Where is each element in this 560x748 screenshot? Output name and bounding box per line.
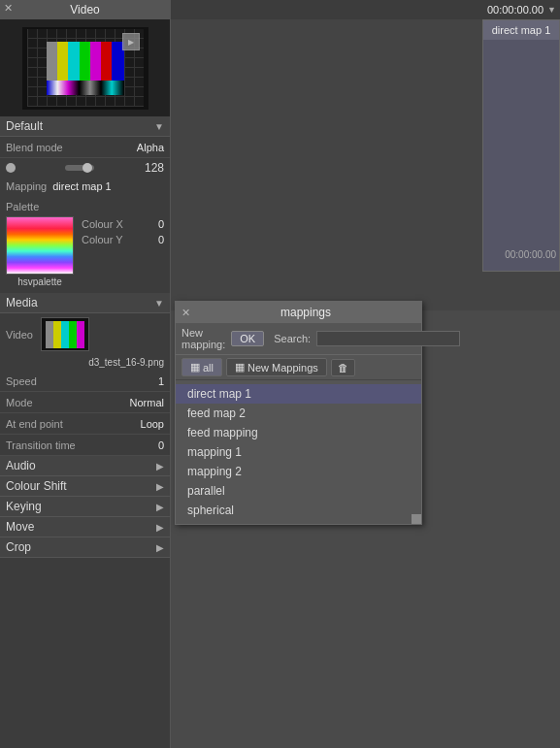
blend-slider[interactable] [65, 165, 94, 171]
mappings-popup: ✕ mappings New mapping: OK Search: ▦ all… [175, 301, 422, 525]
crop-section-header[interactable]: Crop ▶ [0, 537, 170, 558]
all-icon: ▦ [190, 361, 200, 374]
colour-x-row: Colour X 0 [82, 216, 164, 232]
transition-time-row: Transition time 0 [0, 435, 170, 456]
move-label: Move [6, 520, 34, 534]
audio-section-header[interactable]: Audio ▶ [0, 456, 170, 476]
delete-button[interactable]: 🗑 [331, 359, 355, 376]
keying-label: Keying [6, 500, 42, 513]
mapping-item-mapping-1[interactable]: mapping 1 [176, 442, 421, 462]
main-area: 00:00:00.00 ▼ direct map 1 00:00:00.00 ✕… [171, 0, 560, 748]
all-button[interactable]: ▦ all [181, 358, 222, 376]
move-arrow: ▶ [156, 522, 164, 533]
speed-value: 1 [158, 375, 164, 387]
mode-row: Mode Normal [0, 392, 170, 413]
search-input[interactable] [316, 331, 460, 346]
transition-time-label: Transition time [6, 439, 76, 451]
mapping-item-mapping-2[interactable]: mapping 2 [176, 462, 421, 481]
at-end-point-label: At end point [6, 418, 63, 430]
blend-dot [6, 163, 16, 173]
mapping-item-direct-map-1[interactable]: direct map 1 [176, 384, 421, 404]
mappings-list: direct map 1 feed map 2 feed mapping map… [176, 380, 421, 524]
blend-mode-label: Blend mode [6, 142, 63, 153]
colour-y-label: Colour Y [82, 234, 123, 245]
search-label: Search: [274, 333, 311, 344]
palette-swatch[interactable] [6, 216, 74, 275]
timeline-block[interactable]: direct map 1 [482, 19, 560, 272]
colour-y-value: 0 [158, 234, 164, 245]
video-label: Video [6, 329, 33, 341]
colour-xy: Colour X 0 Colour Y 0 [82, 216, 164, 247]
palette-section: Palette hsvpalette Colour X 0 Colour Y 0 [0, 195, 170, 293]
new-mappings-button[interactable]: ▦ New Mappings [226, 358, 327, 376]
timeline-area: 00:00:00.00 ▼ direct map 1 00:00:00.00 [171, 0, 560, 310]
close-icon[interactable]: ✕ [4, 2, 13, 15]
crop-arrow: ▶ [156, 542, 164, 553]
speed-row: Speed 1 [0, 371, 170, 392]
timeline-block-body [483, 40, 559, 271]
default-label: Default [6, 119, 43, 133]
at-end-point-row: At end point Loop [0, 413, 170, 435]
left-panel: ✕ Video ▶ Default ▼ Blend mode Alpha [0, 0, 171, 748]
timeline-block-label: direct map 1 [483, 20, 559, 40]
new-mapping-label: New mapping: [181, 327, 225, 350]
colour-shift-header[interactable]: Colour Shift ▶ [0, 476, 170, 497]
keying-section-header[interactable]: Keying ▶ [0, 497, 170, 517]
timeline-arrow-down: ▼ [547, 5, 556, 15]
timeline-time-top: 00:00:00.00 [487, 4, 544, 16]
blend-value: 128 [145, 161, 164, 175]
mapping-label: Mapping [6, 180, 47, 192]
video-thumb [41, 317, 89, 351]
video-thumb-inner [46, 321, 84, 348]
popup-resize-handle[interactable] [412, 514, 421, 524]
colour-shift-label: Colour Shift [6, 479, 67, 493]
palette-swatch-container: hsvpalette [6, 216, 74, 287]
video-row: Video [0, 313, 170, 355]
all-label: all [203, 362, 214, 374]
mappings-title: mappings [196, 306, 415, 319]
mappings-close-icon[interactable]: ✕ [181, 307, 190, 319]
new-mappings-label: New Mappings [247, 362, 318, 374]
video-filename: d3_test_16-9.png [88, 357, 164, 368]
crop-label: Crop [6, 540, 31, 554]
mappings-toolbar: ▦ all ▦ New Mappings 🗑 [176, 355, 421, 380]
mapping-item-feed-mapping[interactable]: feed mapping [176, 423, 421, 442]
transition-time-value: 0 [158, 439, 164, 451]
media-section-header[interactable]: Media ▼ [0, 293, 170, 313]
mapping-item-parallel[interactable]: parallel [176, 481, 421, 501]
keying-arrow: ▶ [156, 502, 164, 512]
audio-label: Audio [6, 459, 36, 472]
mappings-title-bar: ✕ mappings [176, 302, 421, 323]
move-section-header[interactable]: Move ▶ [0, 517, 170, 537]
timeline-time-bottom: 00:00:00.00 [505, 249, 556, 260]
default-arrow: ▼ [154, 121, 164, 132]
panel-title: Video [70, 3, 99, 16]
mapping-value[interactable]: direct map 1 [52, 180, 112, 192]
colour-shift-arrow: ▶ [156, 481, 164, 492]
palette-name: hsvpalette [6, 276, 74, 287]
palette-label: Palette [6, 201, 164, 212]
colour-x-value: 0 [158, 218, 164, 230]
mapping-item-spherical[interactable]: spherical [176, 501, 421, 520]
blend-mode-row: Blend mode Alpha [0, 137, 170, 158]
default-section-header[interactable]: Default ▼ [0, 116, 170, 137]
colour-y-row: Colour Y 0 [82, 232, 164, 247]
audio-arrow: ▶ [156, 461, 164, 472]
mapping-row: Mapping direct map 1 [0, 178, 170, 195]
blend-mode-value: Alpha [137, 142, 164, 153]
timeline-header: 00:00:00.00 ▼ [171, 0, 560, 19]
media-arrow: ▼ [154, 298, 164, 309]
palette-row: hsvpalette Colour X 0 Colour Y 0 [6, 216, 164, 287]
mode-value: Normal [130, 397, 164, 408]
blend-slider-row: 128 [0, 158, 170, 178]
media-label: Media [6, 296, 38, 309]
video-preview: ▶ [0, 19, 170, 116]
panel-title-bar: ✕ Video [0, 0, 170, 19]
mappings-controls: New mapping: OK Search: [176, 323, 421, 355]
mapping-item-feed-map-2[interactable]: feed map 2 [176, 404, 421, 423]
mode-label: Mode [6, 397, 33, 408]
speed-label: Speed [6, 375, 37, 387]
video-preview-inner: ▶ [22, 27, 148, 110]
colour-x-label: Colour X [82, 218, 123, 230]
ok-button[interactable]: OK [231, 331, 264, 346]
